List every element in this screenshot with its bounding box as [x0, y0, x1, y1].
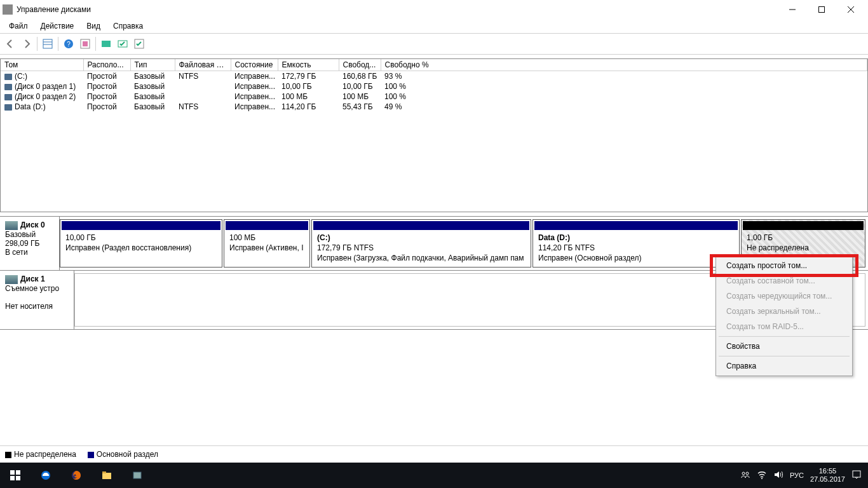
svg-rect-26	[853, 471, 860, 477]
partition[interactable]: Data (D:)114,20 ГБ NTFSИсправен (Основно…	[532, 219, 740, 268]
svg-rect-11	[102, 41, 111, 47]
refresh-icon[interactable]	[78, 36, 93, 51]
tray-notifications-icon[interactable]	[851, 470, 862, 481]
taskbar: РУС 16:55 27.05.2017	[0, 463, 868, 488]
close-button[interactable]	[836, 0, 865, 19]
col-type[interactable]: Тип	[130, 59, 175, 71]
col-layout[interactable]: Располо...	[83, 59, 130, 71]
context-menu-item[interactable]: Создать простой том...	[717, 258, 851, 273]
disk1-name: Диск 1	[20, 274, 45, 283]
partition[interactable]: 10,00 ГБИсправен (Раздел восстановления)	[60, 219, 222, 268]
col-fs[interactable]: Файловая с...	[175, 59, 231, 71]
col-volume[interactable]: Том	[1, 59, 83, 71]
disk-icon	[5, 221, 18, 230]
task-firefox[interactable]	[61, 463, 92, 488]
gradient-icon[interactable]	[98, 36, 114, 51]
task-edge[interactable]	[31, 463, 61, 488]
context-menu: Создать простой том...Создать составной …	[715, 255, 853, 376]
maximize-button[interactable]	[807, 0, 836, 19]
task-explorer[interactable]	[92, 463, 122, 488]
menu-help[interactable]: Справка	[107, 20, 149, 32]
context-menu-item: Создать том RAID-5...	[717, 319, 851, 334]
volume-row[interactable]: Data (D:)ПростойБазовыйNTFSИсправен...11…	[1, 102, 867, 112]
svg-rect-16	[10, 476, 15, 480]
partition[interactable]: (C:)172,79 ГБ NTFSИсправен (Загрузка, Фа…	[311, 219, 531, 268]
start-button[interactable]	[0, 463, 31, 488]
volume-icon	[4, 74, 12, 80]
properties-icon[interactable]	[132, 36, 147, 51]
volume-row[interactable]: (Диск 0 раздел 1)ПростойБазовыйИсправен.…	[1, 81, 867, 92]
forward-icon[interactable]	[19, 36, 34, 51]
back-icon[interactable]	[3, 36, 18, 51]
tray-language[interactable]: РУС	[790, 471, 804, 479]
legend: Не распределена Основной раздел	[0, 445, 868, 463]
tray-clock[interactable]: 16:55 27.05.2017	[810, 467, 845, 484]
svg-rect-1	[819, 7, 825, 13]
context-menu-item: Создать чередующийся том...	[717, 288, 851, 304]
disk1-header[interactable]: Диск 1 Съемное устро Нет носителя	[0, 271, 74, 329]
title-bar: Управление дисками	[0, 0, 868, 19]
task-diskmgmt[interactable]	[122, 463, 153, 488]
legend-primary-swatch	[88, 452, 94, 458]
svg-rect-20	[102, 473, 111, 479]
volume-icon	[4, 104, 12, 111]
toolbar: ?	[0, 34, 868, 55]
context-menu-item: Создать зеркальный том...	[717, 304, 851, 319]
window-title: Управление дисками	[17, 5, 778, 14]
disk0-header[interactable]: Диск 0 Базовый 298,09 ГБ В сети	[0, 217, 60, 270]
menu-action[interactable]: Действие	[34, 20, 81, 32]
tray-volume-icon[interactable]	[773, 470, 783, 481]
legend-unalloc-swatch	[5, 452, 11, 458]
svg-text:?: ?	[67, 41, 71, 48]
svg-point-25	[761, 478, 763, 479]
context-menu-item[interactable]: Справка	[717, 358, 851, 374]
volume-row[interactable]: (C:)ПростойБазовыйNTFSИсправен...172,79 …	[1, 71, 867, 82]
action-icon[interactable]	[115, 36, 130, 51]
help-icon[interactable]: ?	[61, 36, 76, 51]
volume-list: Том Располо... Тип Файловая с... Состоян…	[0, 58, 868, 212]
disk-icon	[5, 275, 18, 284]
tray-people-icon[interactable]	[740, 470, 750, 481]
app-icon	[3, 4, 13, 15]
view-list-icon[interactable]	[40, 36, 55, 51]
menu-bar: Файл Действие Вид Справка	[0, 19, 868, 34]
menu-file[interactable]: Файл	[3, 20, 34, 32]
volume-icon	[4, 84, 12, 90]
col-freepct[interactable]: Свободно %	[381, 59, 867, 71]
svg-point-23	[742, 472, 745, 475]
svg-rect-4	[43, 39, 52, 48]
svg-rect-15	[16, 470, 20, 475]
menu-view[interactable]: Вид	[80, 20, 107, 32]
svg-point-24	[746, 472, 749, 475]
volume-icon	[4, 94, 12, 100]
col-capacity[interactable]: Емкость	[278, 59, 339, 71]
svg-rect-10	[83, 41, 88, 46]
partition[interactable]: 100 МБИсправен (Активен, I	[224, 219, 310, 268]
minimize-button[interactable]	[778, 0, 807, 19]
context-menu-item: Создать составной том...	[717, 273, 851, 288]
svg-rect-17	[16, 476, 20, 480]
disk0-name: Диск 0	[20, 220, 45, 229]
svg-rect-22	[133, 472, 141, 478]
context-menu-item[interactable]: Свойства	[717, 339, 851, 354]
volume-row[interactable]: (Диск 0 раздел 2)ПростойБазовыйИсправен.…	[1, 92, 867, 102]
col-state[interactable]: Состояние	[231, 59, 278, 71]
col-free[interactable]: Свобод...	[339, 59, 381, 71]
tray-network-icon[interactable]	[757, 470, 767, 481]
svg-rect-21	[102, 471, 106, 473]
svg-rect-14	[10, 470, 15, 475]
